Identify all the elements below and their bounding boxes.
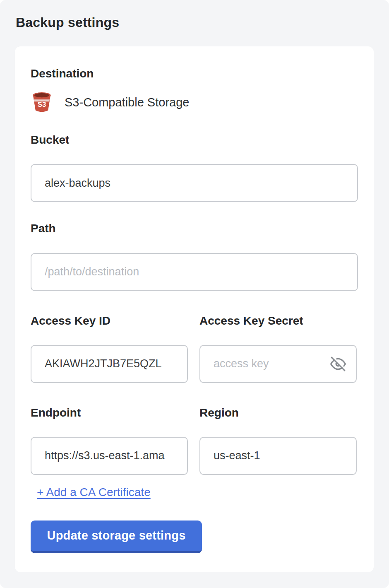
bucket-input[interactable]: [31, 164, 358, 202]
endpoint-label: Endpoint: [31, 406, 188, 419]
endpoint-input[interactable]: [31, 437, 188, 475]
destination-provider: S3-Compatible Storage: [65, 96, 189, 109]
destination-row: S3 S3-Compatible Storage: [31, 91, 358, 113]
access-key-id-col: Access Key ID: [31, 314, 188, 383]
access-key-row: Access Key ID Access Key Secret: [31, 314, 358, 383]
region-input[interactable]: [199, 437, 357, 475]
add-ca-certificate-link[interactable]: + Add a CA Certificate: [37, 486, 151, 499]
region-col: Region: [199, 406, 357, 475]
region-label: Region: [199, 406, 357, 419]
page-title: Backup settings: [16, 15, 119, 30]
access-key-secret-wrap: [199, 345, 357, 383]
eye-off-icon[interactable]: [330, 356, 346, 372]
endpoint-region-row: Endpoint Region: [31, 406, 358, 475]
destination-label: Destination: [31, 67, 358, 80]
endpoint-col: Endpoint: [31, 406, 188, 475]
s3-bucket-icon: S3: [31, 91, 53, 113]
access-key-id-input[interactable]: [31, 345, 188, 383]
backup-settings-page: Backup settings Destination S3 S3-Compat…: [0, 0, 389, 588]
access-key-secret-col: Access Key Secret: [199, 314, 357, 383]
path-label: Path: [31, 222, 358, 235]
access-key-secret-label: Access Key Secret: [199, 314, 357, 328]
svg-text:S3: S3: [38, 101, 46, 108]
bucket-label: Bucket: [31, 133, 358, 147]
path-input[interactable]: [31, 253, 358, 291]
backup-settings-card: Destination S3 S3-Compatible Storage Buc…: [15, 46, 374, 572]
update-storage-settings-button[interactable]: Update storage settings: [31, 521, 202, 553]
access-key-id-label: Access Key ID: [31, 314, 188, 328]
